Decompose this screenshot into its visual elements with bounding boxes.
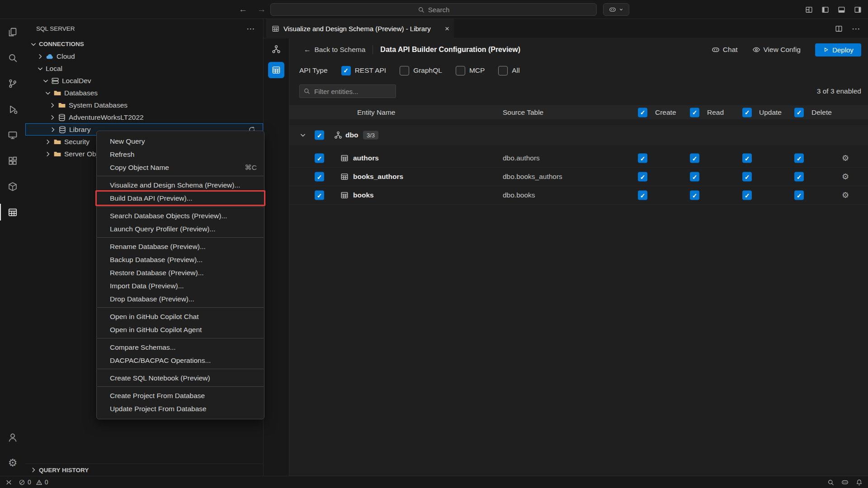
create-checkbox[interactable]: ✓ [638, 172, 647, 182]
copilot-menu-button[interactable] [603, 3, 629, 16]
all-checkbox[interactable] [498, 66, 508, 75]
menu-item-copy-object-name[interactable]: Copy Object Name⌘C [97, 161, 264, 174]
create-all-checkbox[interactable]: ✓ [638, 108, 647, 117]
more-actions-icon[interactable]: ⋯ [852, 24, 860, 33]
create-checkbox[interactable]: ✓ [638, 154, 647, 163]
delete-checkbox[interactable]: ✓ [794, 172, 804, 182]
data-api-view-button[interactable] [268, 62, 284, 78]
tree-item-local[interactable]: Local [25, 62, 263, 75]
activity-sql-server[interactable] [0, 199, 25, 225]
command-center-search[interactable]: Search [270, 3, 597, 16]
tree-item-localdev[interactable]: LocalDev [25, 75, 263, 87]
menu-item-restore-database[interactable]: Restore Database (Preview)... [97, 266, 264, 279]
toggle-secondary-sidebar-icon[interactable] [854, 6, 862, 14]
remote-indicator[interactable] [5, 479, 12, 486]
close-icon[interactable]: × [445, 25, 449, 33]
update-checkbox[interactable]: ✓ [742, 191, 752, 200]
nav-back-icon[interactable]: ← [239, 5, 247, 14]
group-checkbox[interactable]: ✓ [315, 131, 324, 140]
menu-item-rename-database[interactable]: Rename Database (Preview)... [97, 240, 264, 253]
menu-item-update-project-from-database[interactable]: Update Project From Database [97, 402, 264, 415]
menu-item-dacpac-bacpac-operations[interactable]: DACPAC/BACPAC Operations... [97, 354, 264, 367]
activity-source-control[interactable] [0, 70, 25, 96]
menu-item-search-database-objects[interactable]: Search Database Objects (Preview)... [97, 209, 264, 222]
query-history-section-header[interactable]: QUERY HISTORY [25, 464, 263, 476]
update-checkbox[interactable]: ✓ [742, 154, 752, 163]
table-row-authors[interactable]: ✓ authors dbo.authors ✓ ✓ ✓ ✓ ⚙ [289, 149, 868, 168]
read-checkbox[interactable]: ✓ [690, 172, 699, 182]
read-checkbox[interactable]: ✓ [690, 154, 699, 163]
table-row-books-authors[interactable]: ✓ books_authors dbo.books_authors ✓ ✓ ✓ … [289, 168, 868, 186]
chat-button[interactable]: Chat [712, 46, 738, 54]
delete-all-checkbox[interactable]: ✓ [794, 108, 804, 117]
row-checkbox[interactable]: ✓ [315, 191, 324, 200]
row-settings-gear-icon[interactable]: ⚙ [842, 154, 849, 162]
api-option-graphql[interactable]: GraphQL [400, 66, 442, 75]
view-config-button[interactable]: View Config [752, 46, 801, 54]
tree-item-databases[interactable]: Databases [25, 87, 263, 99]
activity-accounts[interactable] [0, 424, 25, 450]
api-option-all[interactable]: All [498, 66, 519, 75]
read-all-checkbox[interactable]: ✓ [690, 108, 699, 117]
customize-layout-icon[interactable] [805, 6, 813, 14]
api-option-rest[interactable]: ✓ REST API [341, 66, 387, 75]
api-option-mcp[interactable]: MCP [456, 66, 485, 75]
rest-api-checkbox[interactable]: ✓ [341, 66, 351, 75]
schema-diagram-view-button[interactable] [268, 41, 284, 57]
menu-item-compare-schemas[interactable]: Compare Schemas... [97, 341, 264, 354]
activity-settings[interactable]: ⚙ [0, 450, 25, 476]
graphql-checkbox[interactable] [400, 66, 409, 75]
menu-item-visualize-design-schema[interactable]: Visualize and Design Schema (Preview)... [97, 178, 264, 192]
menu-item-open-copilot-chat[interactable]: Open in GitHub Copilot Chat [97, 310, 264, 323]
menu-item-launch-query-profiler[interactable]: Launch Query Profiler (Preview)... [97, 222, 264, 235]
row-checkbox[interactable]: ✓ [315, 172, 324, 182]
mcp-checkbox[interactable] [456, 66, 465, 75]
menu-item-build-data-api[interactable]: Build Data API (Preview)... [97, 192, 264, 205]
update-all-checkbox[interactable]: ✓ [742, 108, 752, 117]
menu-separator [97, 176, 264, 176]
activity-database-projects[interactable] [0, 174, 25, 199]
copilot-status[interactable] [841, 479, 849, 486]
deploy-button[interactable]: Deploy [815, 43, 861, 56]
delete-checkbox[interactable]: ✓ [794, 154, 804, 163]
split-editor-icon[interactable] [835, 25, 843, 33]
problems-indicator[interactable]: 0 0 [19, 479, 48, 486]
create-checkbox[interactable]: ✓ [638, 191, 647, 200]
tree-item-cloud[interactable]: Cloud [25, 50, 263, 62]
menu-item-open-copilot-agent[interactable]: Open in GitHub Copilot Agent [97, 323, 264, 336]
chevron-down-icon[interactable] [299, 131, 307, 139]
sidebar-more-actions[interactable]: ⋯ [246, 23, 255, 34]
menu-item-drop-database[interactable]: Drop Database (Preview)... [97, 292, 264, 305]
menu-item-backup-database[interactable]: Backup Database (Preview)... [97, 253, 264, 266]
menu-item-import-data[interactable]: Import Data (Preview)... [97, 279, 264, 292]
menu-item-refresh[interactable]: Refresh [97, 148, 264, 161]
tab-visualize-design-schema[interactable]: Visualize and Design Schema (Preview) - … [266, 19, 454, 38]
row-checkbox[interactable]: ✓ [315, 154, 324, 163]
schema-icon [334, 131, 342, 139]
menu-item-new-query[interactable]: New Query [97, 135, 264, 148]
schema-group-row-dbo[interactable]: ✓ dbo 3/3 [289, 125, 868, 145]
row-settings-gear-icon[interactable]: ⚙ [842, 191, 849, 199]
zoom-indicator[interactable] [827, 479, 834, 486]
read-checkbox[interactable]: ✓ [690, 191, 699, 200]
toggle-primary-sidebar-icon[interactable] [821, 6, 829, 14]
activity-remote-explorer[interactable] [0, 122, 25, 148]
delete-checkbox[interactable]: ✓ [794, 191, 804, 200]
back-to-schema-link[interactable]: ← Back to Schema [304, 46, 365, 54]
tree-item-system-databases[interactable]: System Databases [25, 99, 263, 111]
nav-forward-icon[interactable]: → [257, 5, 266, 14]
activity-explorer[interactable] [0, 19, 25, 45]
menu-item-create-sql-notebook[interactable]: Create SQL Notebook (Preview) [97, 371, 264, 385]
table-row-books[interactable]: ✓ books dbo.books ✓ ✓ ✓ ✓ ⚙ [289, 186, 868, 205]
tree-item-adventureworkslt2022[interactable]: AdventureWorksLT2022 [25, 111, 263, 123]
notifications[interactable] [856, 479, 863, 486]
menu-item-create-project-from-database[interactable]: Create Project From Database [97, 389, 264, 402]
activity-search[interactable] [0, 45, 25, 70]
toggle-panel-icon[interactable] [838, 6, 845, 14]
update-checkbox[interactable]: ✓ [742, 172, 752, 182]
row-settings-gear-icon[interactable]: ⚙ [842, 173, 849, 181]
filter-entities-input[interactable] [299, 84, 396, 98]
connections-section-header[interactable]: CONNECTIONS [25, 38, 263, 50]
activity-extensions[interactable] [0, 148, 25, 174]
activity-run-debug[interactable] [0, 96, 25, 122]
